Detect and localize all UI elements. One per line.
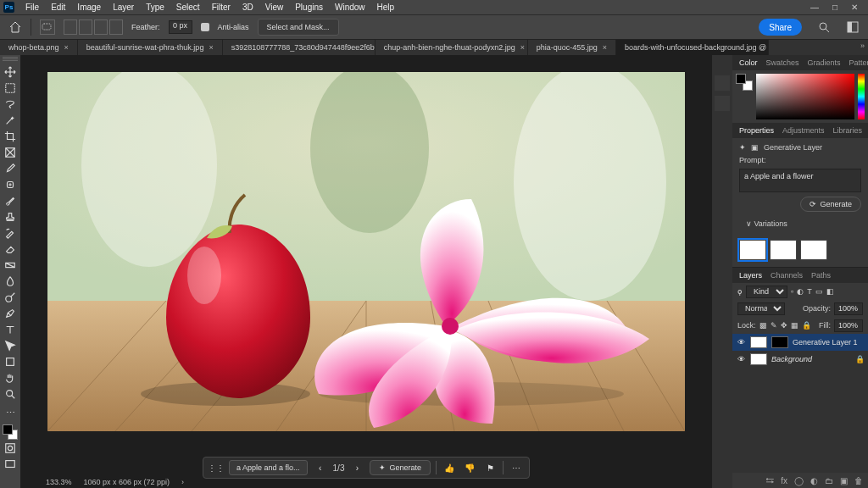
layer-name[interactable]: Background: [771, 355, 812, 363]
menu-type[interactable]: Type: [140, 3, 170, 12]
tab-patterns[interactable]: Patterns: [849, 58, 868, 67]
layer-thumbnail[interactable]: [750, 353, 767, 365]
filter-kind-select[interactable]: Kind: [746, 286, 787, 298]
window-maximize[interactable]: □: [832, 3, 837, 12]
variation-thumb[interactable]: [800, 240, 827, 260]
document-tab[interactable]: phia-quoc-455.jpg×: [528, 40, 616, 55]
blend-mode-select[interactable]: Normal: [737, 302, 785, 315]
hand-tool[interactable]: [2, 369, 19, 385]
quick-mask[interactable]: [2, 440, 19, 456]
blur-tool[interactable]: [2, 273, 19, 289]
panel-grip[interactable]: [3, 57, 18, 62]
document-tab[interactable]: whop-beta.png×: [0, 40, 78, 55]
layer-row[interactable]: 👁 Background 🔒: [732, 351, 868, 368]
filter-shape-icon[interactable]: ▭: [815, 287, 823, 296]
frame-tool[interactable]: [2, 144, 19, 160]
color-field[interactable]: [756, 74, 854, 119]
brush-tool[interactable]: [2, 192, 19, 208]
home-button[interactable]: [8, 20, 22, 34]
menu-view[interactable]: View: [259, 3, 290, 12]
delete-layer-icon[interactable]: 🗑: [854, 476, 863, 485]
tab-overflow[interactable]: »: [860, 42, 865, 50]
document-tab[interactable]: chup-anh-bien-nghe-thuat-podyxn2.jpg×: [376, 40, 528, 55]
canvas[interactable]: [47, 72, 685, 431]
layer-mask-thumbnail[interactable]: [771, 336, 788, 348]
status-chevron-icon[interactable]: ›: [181, 478, 184, 486]
link-layers-icon[interactable]: ⮀: [765, 476, 774, 485]
menu-window[interactable]: Window: [329, 3, 371, 12]
menu-file[interactable]: File: [19, 3, 45, 12]
grip-icon[interactable]: ⋮⋮: [209, 460, 224, 475]
collapsed-panel-icon[interactable]: [715, 75, 730, 91]
fill-value[interactable]: 100%: [834, 319, 863, 332]
hue-slider[interactable]: [858, 74, 865, 119]
select-and-mask-button[interactable]: Select and Mask...: [258, 19, 339, 36]
opacity-value[interactable]: 100%: [834, 302, 863, 315]
tab-color[interactable]: Color: [739, 58, 758, 67]
window-minimize[interactable]: —: [810, 3, 819, 12]
close-icon[interactable]: ×: [603, 43, 607, 52]
selection-add[interactable]: [79, 19, 92, 35]
eraser-tool[interactable]: [2, 241, 19, 257]
contextual-task-bar[interactable]: ⋮⋮ a Apple and a flo... ‹ 1/3 › ✦Generat…: [203, 457, 530, 479]
antialias-checkbox[interactable]: [201, 23, 209, 31]
share-button[interactable]: Share: [759, 19, 802, 36]
filter-smart-icon[interactable]: ◧: [826, 287, 834, 296]
feather-value[interactable]: 0 px: [169, 20, 192, 34]
prompt-input[interactable]: a Apple and a flower: [739, 169, 861, 192]
search-icon[interactable]: [817, 20, 831, 34]
menu-image[interactable]: Image: [71, 3, 107, 12]
workspace-icon[interactable]: [846, 20, 860, 34]
menu-help[interactable]: Help: [371, 3, 401, 12]
menu-filter[interactable]: Filter: [206, 3, 236, 12]
move-tool[interactable]: [2, 64, 19, 80]
close-icon[interactable]: ×: [520, 43, 525, 52]
layer-thumbnail[interactable]: [750, 336, 767, 348]
gradient-tool[interactable]: [2, 257, 19, 273]
layer-mask-icon[interactable]: ◯: [794, 476, 804, 485]
tab-channels[interactable]: Channels: [771, 271, 803, 280]
lock-all-icon[interactable]: 🔒: [802, 321, 811, 330]
variation-thumb[interactable]: [770, 240, 797, 260]
crop-tool[interactable]: [2, 128, 19, 144]
more-icon[interactable]: ⋯: [509, 460, 524, 475]
selection-subtract[interactable]: [94, 19, 108, 35]
tab-libraries[interactable]: Libraries: [833, 126, 863, 135]
filter-pixel-icon[interactable]: ▫: [791, 287, 793, 296]
adjustment-layer-icon[interactable]: ◐: [810, 476, 818, 485]
lock-pos-icon[interactable]: ✥: [781, 321, 787, 330]
flag-icon[interactable]: ⚑: [482, 460, 498, 475]
next-variation-button[interactable]: ›: [349, 460, 364, 475]
collapsed-panel-icon[interactable]: [715, 96, 730, 111]
tool-preset[interactable]: [40, 19, 55, 35]
generate-button[interactable]: ⟳Generate: [800, 197, 861, 212]
variations-label[interactable]: ∨ Variations: [739, 216, 861, 231]
stamp-tool[interactable]: [2, 208, 19, 225]
lasso-tool[interactable]: [2, 96, 19, 112]
window-close[interactable]: ✕: [851, 3, 858, 12]
close-icon[interactable]: ×: [64, 43, 69, 52]
document-tab[interactable]: beautiful-sunrise-wat-phra-thuk.jpg×: [78, 40, 223, 55]
prompt-pill[interactable]: a Apple and a flo...: [229, 460, 308, 475]
healing-tool[interactable]: [2, 176, 19, 192]
eyedropper-tool[interactable]: [2, 160, 19, 176]
menu-3d[interactable]: 3D: [236, 3, 259, 12]
thumbs-down-icon[interactable]: 👎: [462, 460, 477, 475]
color-swatches[interactable]: [3, 424, 18, 440]
thumbs-up-icon[interactable]: 👍: [442, 460, 457, 475]
generate-button[interactable]: ✦Generate: [370, 460, 431, 475]
visibility-icon[interactable]: 👁: [736, 355, 746, 363]
tab-paths[interactable]: Paths: [811, 271, 831, 280]
lock-trans-icon[interactable]: ▩: [760, 321, 767, 330]
screen-mode[interactable]: [2, 456, 19, 472]
dodge-tool[interactable]: [2, 289, 19, 305]
edit-toolbar[interactable]: ⋯: [2, 405, 19, 421]
tab-properties[interactable]: Properties: [739, 126, 774, 135]
layer-fx-icon[interactable]: fx: [781, 476, 787, 485]
wand-tool[interactable]: [2, 112, 19, 128]
prev-variation-button[interactable]: ‹: [313, 460, 328, 475]
menu-edit[interactable]: Edit: [45, 3, 71, 12]
selection-intersect[interactable]: [109, 19, 123, 35]
menu-layer[interactable]: Layer: [107, 3, 140, 12]
marquee-tool[interactable]: [2, 80, 19, 96]
